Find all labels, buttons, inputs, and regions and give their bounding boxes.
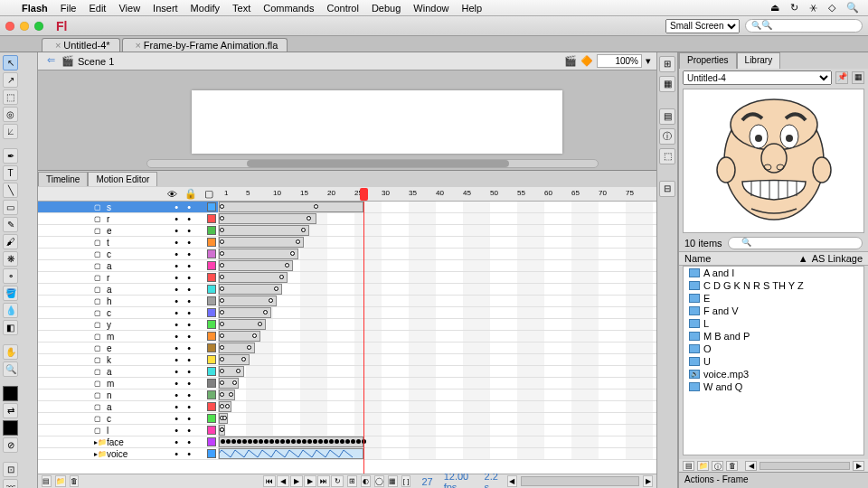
timeline-layer-row[interactable]: ▢ a •• <box>38 401 656 413</box>
pen-tool[interactable]: ✒ <box>3 148 18 164</box>
workspace-dropdown[interactable]: Small Screen <box>665 19 740 33</box>
timeline-layer-row[interactable]: ▢ c •• <box>38 307 656 319</box>
layer-name[interactable]: e <box>107 343 112 353</box>
layer-name[interactable]: face <box>107 437 124 447</box>
lock-header-icon[interactable]: 🔒 <box>184 188 197 200</box>
menu-text[interactable]: Text <box>232 3 250 14</box>
playhead[interactable] <box>360 188 368 201</box>
layer-outline-color[interactable] <box>207 414 216 423</box>
center-frame-button[interactable]: ⊞ <box>347 475 357 487</box>
play-button[interactable]: ▶ <box>290 475 303 487</box>
layer-frames[interactable] <box>219 413 656 424</box>
layer-name[interactable]: s <box>107 202 111 212</box>
layer-frames[interactable] <box>219 401 656 412</box>
timeline-layer-row[interactable]: ▸📁 voice •• <box>38 448 656 460</box>
layer-outline-color[interactable] <box>207 296 216 305</box>
layer-name[interactable]: m <box>107 379 114 389</box>
visibility-header-icon[interactable]: 👁 <box>167 189 177 200</box>
dock-align-icon[interactable]: ⊟ <box>659 181 675 197</box>
doc-tab-untitled[interactable]: × Untitled-4* <box>42 38 120 52</box>
zoom-tool[interactable]: 🔍 <box>3 361 18 377</box>
layer-name[interactable]: t <box>107 238 109 248</box>
menu-help[interactable]: Help <box>461 3 482 14</box>
menu-edit[interactable]: Edit <box>89 3 106 14</box>
layer-outline-color[interactable] <box>207 202 216 211</box>
deco-tool[interactable]: ❋ <box>3 251 18 267</box>
library-item[interactable]: O <box>684 343 863 355</box>
library-col-name[interactable]: Name <box>684 253 798 264</box>
timeline-layer-row[interactable]: ▢ l •• <box>38 425 656 436</box>
wifi-icon[interactable]: ◇ <box>828 2 835 14</box>
brush-tool[interactable]: 🖌 <box>3 234 18 249</box>
menu-window[interactable]: Window <box>413 3 448 14</box>
layer-frames[interactable] <box>219 213 656 224</box>
menu-control[interactable]: Control <box>326 3 358 14</box>
timeline-layer-row[interactable]: ▢ t •• <box>38 237 656 249</box>
layer-outline-color[interactable] <box>207 449 216 458</box>
text-tool[interactable]: T <box>3 165 18 181</box>
dock-library-icon[interactable]: ▦ <box>659 76 675 92</box>
timeline-layer-row[interactable]: ▢ c •• <box>38 413 656 425</box>
edit-scene-icon[interactable]: 🎬 <box>564 55 577 67</box>
timeline-layer-row[interactable]: ▢ k •• <box>38 354 656 366</box>
timeline-layer-row[interactable]: ▢ r •• <box>38 272 656 284</box>
layer-name[interactable]: voice <box>107 449 127 459</box>
menu-modify[interactable]: Modify <box>191 3 220 14</box>
timeline-hscrollbar[interactable] <box>521 476 640 486</box>
timeline-layer-row[interactable]: ▸📁 face •• <box>38 436 656 448</box>
layer-name[interactable]: r <box>107 214 109 224</box>
stage-hscrollbar[interactable] <box>146 159 599 168</box>
layer-frames[interactable] <box>219 354 656 365</box>
edit-multi-button[interactable]: ▦ <box>388 475 398 487</box>
layer-frames[interactable] <box>219 448 656 459</box>
layer-frames[interactable] <box>219 307 656 318</box>
library-item[interactable]: E <box>684 292 863 305</box>
edit-symbols-icon[interactable]: 🔶 <box>580 55 593 67</box>
symbol-properties-button[interactable]: ⓘ <box>712 461 723 471</box>
dock-transform-icon[interactable]: ⬚ <box>659 148 675 164</box>
layer-name[interactable]: a <box>107 285 112 295</box>
delete-symbol-button[interactable]: 🗑 <box>726 461 738 471</box>
layer-name[interactable]: c <box>107 249 111 259</box>
layer-frames[interactable] <box>219 389 656 400</box>
layer-outline-color[interactable] <box>207 426 216 435</box>
lasso-tool[interactable]: ⟀ <box>3 124 18 139</box>
spotlight-icon[interactable]: 🔍 <box>846 2 859 14</box>
layer-frames[interactable] <box>219 319 656 330</box>
layer-name[interactable]: a <box>107 402 112 412</box>
layer-name[interactable]: c <box>107 308 111 318</box>
layer-name[interactable]: h <box>107 296 112 306</box>
onion-markers-button[interactable]: [ ] <box>401 475 411 487</box>
layer-name[interactable]: a <box>107 367 112 377</box>
eyedropper-tool[interactable]: 💧 <box>3 303 18 318</box>
bone-tool[interactable]: ⚬ <box>3 268 18 284</box>
zoom-icon[interactable] <box>34 22 43 31</box>
layer-name[interactable]: y <box>107 320 111 330</box>
layer-frames[interactable] <box>219 343 656 353</box>
timeline-layer-row[interactable]: ▢ s •• <box>38 202 656 213</box>
layer-frames[interactable] <box>219 331 656 342</box>
doc-tab-frame-anim[interactable]: × Frame-by-Frame Animation.fla <box>122 38 288 52</box>
new-layer-button[interactable]: ▤ <box>42 475 52 487</box>
new-folder-button[interactable]: 📁 <box>55 475 66 487</box>
layer-name[interactable]: r <box>107 273 109 283</box>
layer-frames[interactable] <box>219 202 656 212</box>
goto-first-button[interactable]: ⏮ <box>263 475 276 487</box>
hand-tool[interactable]: ✋ <box>3 344 18 360</box>
zoom-input[interactable] <box>597 54 642 68</box>
library-item[interactable]: L <box>684 317 863 330</box>
library-item[interactable]: F and V <box>684 305 863 317</box>
layer-name[interactable]: n <box>107 390 112 400</box>
step-fwd-button[interactable]: ▶ <box>304 475 316 487</box>
lib-hscroll-right[interactable]: ▶ <box>853 461 864 471</box>
menu-view[interactable]: View <box>118 3 140 14</box>
menu-file[interactable]: File <box>61 3 77 14</box>
3d-rotate-tool[interactable]: ◎ <box>3 107 18 122</box>
timeline-layer-row[interactable]: ▢ h •• <box>38 296 656 307</box>
lib-hscroll-left[interactable]: ◀ <box>745 461 757 471</box>
pencil-tool[interactable]: ✎ <box>3 217 18 232</box>
dock-info-icon[interactable]: ⓘ <box>659 128 675 145</box>
layer-frames[interactable] <box>219 378 656 389</box>
paint-bucket-tool[interactable]: 🪣 <box>3 286 18 301</box>
layer-frames[interactable] <box>219 260 656 271</box>
